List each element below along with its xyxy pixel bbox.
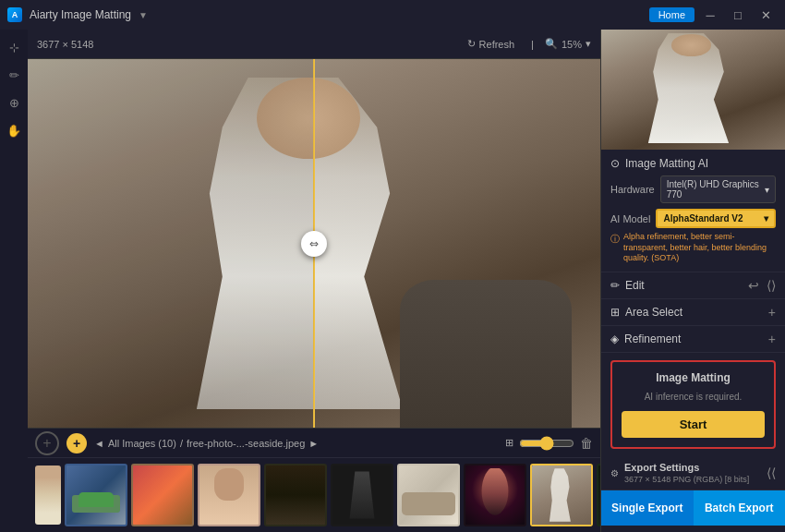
batch-export-button[interactable]: Batch Export bbox=[694, 490, 786, 526]
edit-section-title: ✏ Edit bbox=[610, 279, 645, 292]
grid-icon: ⊞ bbox=[505, 437, 513, 449]
refresh-icon: ↻ bbox=[467, 38, 476, 50]
title-bar-left: A Aiarty Image Matting ▼ bbox=[7, 7, 148, 22]
add-image-button[interactable]: + bbox=[66, 433, 87, 453]
section-header-matting-ai: ⊙ Image Matting AI bbox=[610, 157, 776, 170]
tool-select[interactable]: ⊹ bbox=[4, 37, 24, 57]
export-buttons: Single Export Batch Export bbox=[601, 490, 785, 526]
section-title: ⊙ Image Matting AI bbox=[610, 157, 708, 170]
edit-expand-button[interactable]: ⟨⟩ bbox=[767, 278, 776, 293]
minimize-button[interactable]: ─ bbox=[698, 6, 722, 24]
image-coordinates: 3677 × 5148 bbox=[37, 39, 93, 50]
start-button[interactable]: Start bbox=[622, 411, 765, 438]
thumbnail-2[interactable] bbox=[131, 464, 194, 526]
edit-icon: ✏ bbox=[610, 279, 620, 292]
hardware-row: Hardware Intel(R) UHD Graphics 770 ▾ bbox=[610, 175, 776, 203]
thumbnail-8-active[interactable] bbox=[530, 464, 593, 526]
refresh-button[interactable]: ↻ Refresh bbox=[462, 36, 521, 52]
preview-image bbox=[601, 30, 785, 150]
refinement-icon: ◈ bbox=[610, 332, 619, 345]
left-person-thumb[interactable] bbox=[35, 466, 61, 525]
single-export-button[interactable]: Single Export bbox=[601, 490, 694, 526]
canvas-add-button[interactable]: + bbox=[35, 431, 59, 455]
zoom-dropdown-icon[interactable]: ▾ bbox=[586, 38, 591, 50]
thumbnail-3[interactable] bbox=[198, 464, 260, 526]
tool-brush[interactable]: ✏ bbox=[4, 65, 24, 85]
tool-hand[interactable]: ✋ bbox=[4, 120, 24, 140]
matting-box-title: Image Matting bbox=[622, 371, 765, 384]
home-button[interactable]: Home bbox=[649, 7, 694, 22]
hardware-dropdown[interactable]: Intel(R) UHD Graphics 770 ▾ bbox=[660, 175, 776, 203]
info-icon: ⓘ bbox=[610, 233, 620, 245]
title-dropdown-icon[interactable]: ▼ bbox=[139, 10, 148, 20]
matting-box-description: AI inference is required. bbox=[622, 392, 765, 402]
edit-section-row: ✏ Edit ↩ ⟨⟩ bbox=[601, 272, 785, 299]
right-panel: ⊙ Image Matting AI Hardware Intel(R) UHD… bbox=[600, 30, 785, 532]
thumbnail-9[interactable] bbox=[597, 464, 600, 526]
thumbnail-7[interactable] bbox=[464, 464, 526, 526]
app-icon: A bbox=[7, 7, 22, 22]
section-title-label: Image Matting AI bbox=[625, 157, 708, 170]
export-settings: ⚙ Export Settings 3677 × 5148 PNG (RGBA)… bbox=[601, 456, 785, 490]
close-button[interactable]: ✕ bbox=[754, 6, 778, 24]
export-info: Export Settings 3677 × 5148 PNG (RGBA) [… bbox=[624, 462, 749, 484]
all-images-label: All Images (10) bbox=[108, 438, 176, 449]
image-matting-box: Image Matting AI inference is required. … bbox=[610, 360, 776, 449]
nav-right-arrow[interactable]: ► bbox=[308, 438, 319, 449]
filename: free-photo-...-seaside.jpeg bbox=[187, 438, 305, 449]
model-description: ⓘ Alpha refinement, better semi-transpar… bbox=[610, 232, 776, 264]
undo-button[interactable]: ↩ bbox=[748, 278, 759, 293]
thumbnail-strip bbox=[28, 458, 600, 532]
area-select-label: Area Select bbox=[625, 306, 682, 319]
tool-zoom[interactable]: ⊕ bbox=[4, 92, 24, 113]
model-desc-text: Alpha refinement, better semi-transparen… bbox=[623, 232, 776, 264]
zoom-icon: 🔍 bbox=[545, 38, 558, 50]
canvas-toolbar: 3677 × 5148 ↻ Refresh | 🔍 15% ▾ bbox=[28, 30, 600, 59]
area-select-title: ⊞ Area Select bbox=[610, 306, 682, 319]
bottom-toolbar: + + ◄ All Images (10) / free-photo-...-s… bbox=[28, 429, 600, 458]
canvas-area: 3677 × 5148 ↻ Refresh | 🔍 15% ▾ bbox=[28, 30, 600, 532]
ai-model-dropdown-icon: ▾ bbox=[764, 213, 768, 224]
ai-model-row: AI Model AlphaStandard V2 ▾ bbox=[610, 209, 776, 228]
refresh-icon2: | bbox=[531, 39, 534, 50]
export-settings-title: Export Settings bbox=[624, 462, 749, 473]
edit-label: Edit bbox=[625, 279, 645, 292]
breadcrumb-separator: / bbox=[180, 438, 183, 449]
export-settings-expand-button[interactable]: ⟨⟨ bbox=[767, 466, 776, 480]
refinement-title: ◈ Refinement bbox=[610, 332, 681, 345]
trash-button[interactable]: 🗑 bbox=[580, 436, 593, 451]
thumbnail-5[interactable] bbox=[331, 464, 393, 526]
refinement-section-row: ◈ Refinement + bbox=[601, 326, 785, 353]
title-bar-controls: Home ─ □ ✕ bbox=[649, 6, 778, 24]
matting-icon: ⊙ bbox=[610, 157, 620, 170]
image-matting-ai-section: ⊙ Image Matting AI Hardware Intel(R) UHD… bbox=[601, 150, 785, 272]
refinement-label: Refinement bbox=[624, 332, 681, 345]
zoom-level: 15% bbox=[562, 39, 582, 50]
maximize-button[interactable]: □ bbox=[726, 6, 750, 24]
refresh-label: Refresh bbox=[479, 39, 515, 50]
nav-left-arrow[interactable]: ◄ bbox=[94, 438, 104, 449]
wedding-photo: ⇔ bbox=[28, 59, 600, 428]
ai-model-dropdown[interactable]: AlphaStandard V2 ▾ bbox=[656, 209, 776, 228]
area-select-icon: ⊞ bbox=[610, 306, 620, 319]
thumbnail-1[interactable] bbox=[65, 464, 127, 526]
refinement-expand-button[interactable]: + bbox=[768, 332, 776, 346]
bottom-panel: + + ◄ All Images (10) / free-photo-...-s… bbox=[28, 428, 600, 532]
left-sidebar: ⊹ ✏ ⊕ ✋ bbox=[0, 30, 28, 532]
add-icon: + bbox=[73, 436, 80, 451]
thumbnail-6[interactable] bbox=[397, 464, 460, 526]
zoom-control[interactable]: 🔍 15% ▾ bbox=[545, 38, 591, 50]
area-select-expand-button[interactable]: + bbox=[768, 305, 776, 320]
preview-thumbnail bbox=[601, 30, 785, 150]
breadcrumb: ◄ All Images (10) / free-photo-...-seasi… bbox=[94, 438, 319, 449]
ai-model-value: AlphaStandard V2 bbox=[663, 213, 743, 224]
hardware-value: Intel(R) UHD Graphics 770 bbox=[667, 179, 765, 200]
hardware-label: Hardware bbox=[610, 184, 655, 195]
main-content: ⊹ ✏ ⊕ ✋ 3677 × 5148 ↻ Refresh | 🔍 15% ▾ bbox=[0, 30, 785, 532]
canvas-main[interactable]: ⇔ bbox=[28, 59, 600, 428]
thumbnail-4[interactable] bbox=[264, 464, 327, 526]
hardware-dropdown-icon: ▾ bbox=[765, 185, 769, 195]
split-handle[interactable]: ⇔ bbox=[301, 231, 327, 257]
zoom-slider[interactable] bbox=[519, 436, 574, 451]
ai-model-label: AI Model bbox=[610, 213, 650, 224]
